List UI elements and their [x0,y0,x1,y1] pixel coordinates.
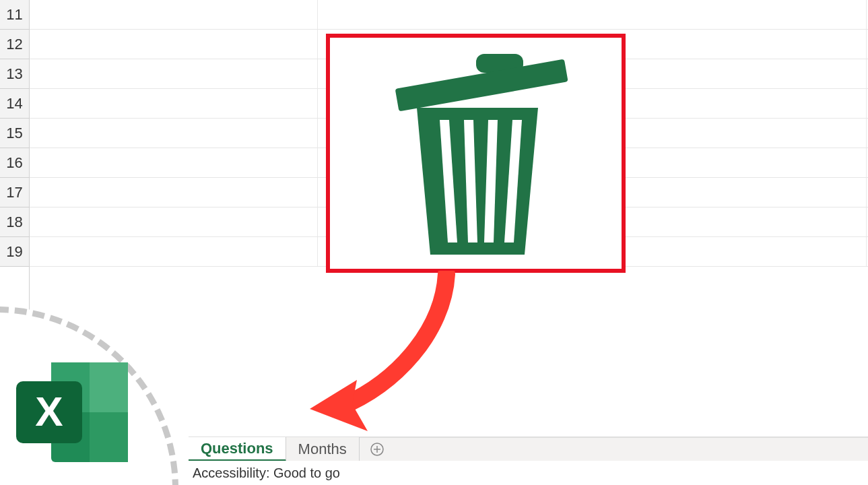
sheet-tab-months[interactable]: Months [286,437,360,461]
add-sheet-icon [370,442,385,457]
cell[interactable] [30,237,318,266]
row-header[interactable]: 11 [0,0,29,30]
cell[interactable] [30,0,318,29]
row-header[interactable]: 16 [0,148,29,178]
row-header[interactable]: 17 [0,178,29,207]
cell[interactable] [30,30,318,59]
row-header[interactable]: 14 [0,89,29,119]
row-headers: 11 12 13 14 15 16 17 18 19 [0,0,30,431]
row-header[interactable]: 18 [0,207,29,237]
cell[interactable] [30,207,318,236]
accessibility-status: Accessibility: Good to go [193,465,340,481]
trash-icon [375,46,577,261]
row-header[interactable]: 13 [0,59,29,89]
cell[interactable] [30,89,318,118]
cell[interactable] [30,178,318,207]
row-header[interactable]: 19 [0,237,29,267]
sheet-tab-questions[interactable]: Questions [189,437,286,461]
cell[interactable] [30,148,318,177]
row-header[interactable]: 15 [0,119,29,148]
row-header[interactable]: 12 [0,30,29,59]
add-sheet-button[interactable] [365,437,389,461]
cell[interactable] [30,59,318,88]
sheet-tabs-area: Questions Months [189,437,868,461]
status-bar: Accessibility: Good to go [189,461,868,485]
cell[interactable] [30,119,318,148]
trash-delete-overlay [326,34,626,273]
cell[interactable] [318,0,867,29]
